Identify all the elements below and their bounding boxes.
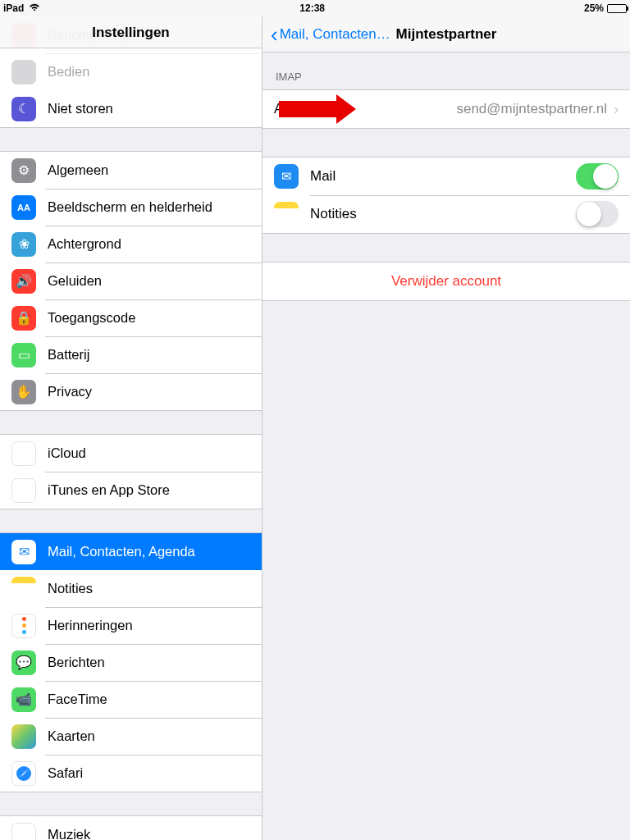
reminders-icon: [11, 614, 36, 638]
messages-icon: 💬: [11, 651, 36, 675]
sidebar-item-safari[interactable]: Safari: [0, 755, 262, 792]
chevron-left-icon: ‹: [271, 24, 278, 45]
clock: 12:38: [40, 2, 584, 14]
back-button[interactable]: ‹ Mail, Contacten…: [271, 24, 390, 45]
sidebar-item-privacy[interactable]: ✋ Privacy: [0, 373, 262, 410]
sidebar-item-passcode[interactable]: 🔒 Toegangscode: [0, 299, 262, 336]
gear-icon: ⚙: [11, 158, 36, 183]
sidebar-item-general[interactable]: ⚙ Algemeen: [0, 152, 262, 189]
device-label: iPad: [3, 2, 24, 14]
sidebar-item-sounds[interactable]: 🔊 Geluiden: [0, 262, 262, 299]
status-bar: iPad 12:38 25%: [0, 0, 630, 16]
flower-icon: ❀: [11, 232, 36, 257]
mail-toggle[interactable]: [576, 163, 619, 189]
sidebar-item-control[interactable]: Bedien: [0, 53, 262, 90]
sidebar-item-messages[interactable]: 💬 Berichten: [0, 644, 262, 681]
maps-icon: [11, 724, 36, 749]
sidebar-item-wallpaper[interactable]: ❀ Achtergrond: [0, 226, 262, 262]
detail-pane: ‹ Mail, Contacten… Mijntestpartner IMAP …: [262, 16, 630, 840]
mail-icon: ✉︎: [274, 164, 299, 189]
battery-icon: [607, 4, 627, 13]
account-cell[interactable]: Account send@mijntestpartner.nl ›: [262, 90, 630, 128]
notes-toggle[interactable]: [576, 201, 619, 227]
sidebar-item-maps[interactable]: Kaarten: [0, 718, 262, 755]
speaker-icon: 🔊: [11, 269, 36, 294]
wifi-icon: [29, 2, 40, 14]
sidebar-item-appstore[interactable]: Ⓐ iTunes en App Store: [0, 472, 262, 509]
sidebar-item-notes[interactable]: Notities: [0, 570, 262, 607]
music-icon: ♪: [11, 823, 36, 841]
sidebar-item-music[interactable]: ♪ Muziek: [0, 816, 262, 840]
notes-icon: [274, 202, 299, 226]
account-email: send@mijntestpartner.nl: [456, 101, 607, 117]
moon-icon: ☾: [11, 97, 36, 121]
sidebar-item-reminders[interactable]: Herinneringen: [0, 607, 262, 644]
lock-icon: 🔒: [11, 306, 36, 331]
sidebar-item-mail-contacts[interactable]: ✉︎ Mail, Contacten, Agenda: [0, 533, 262, 570]
sidebar-item-facetime[interactable]: 📹 FaceTime: [0, 681, 262, 718]
sidebar-item-dnd[interactable]: ☾ Niet storen: [0, 90, 262, 127]
display-icon: AA: [11, 195, 36, 220]
sidebar-item-display[interactable]: AA Beeldscherm en helderheid: [0, 189, 262, 226]
sidebar-item-icloud[interactable]: ☁︎ iCloud: [0, 435, 262, 472]
compass-icon: [11, 761, 36, 786]
battery-settings-icon: ▭: [11, 343, 36, 368]
cloud-icon: ☁︎: [11, 441, 36, 466]
battery-percent: 25%: [584, 2, 604, 14]
chevron-right-icon: ›: [614, 101, 619, 118]
settings-sidebar: Berichtgeving Bedien Instellingen ☾ Niet…: [0, 16, 262, 840]
appstore-icon: Ⓐ: [11, 478, 36, 503]
app-toggle-mail: ✉︎ Mail: [262, 158, 630, 195]
section-header-imap: IMAP: [262, 52, 630, 89]
app-toggle-notes: Notities: [262, 195, 630, 233]
page-title: Mijntestpartner: [396, 26, 497, 43]
detail-header: ‹ Mail, Contacten… Mijntestpartner: [262, 16, 630, 52]
sidebar-title: Instellingen: [0, 16, 262, 48]
notes-icon: [11, 577, 36, 601]
mail-icon: ✉︎: [11, 540, 36, 564]
sidebar-item-battery[interactable]: ▭ Batterij: [0, 336, 262, 373]
hand-icon: ✋: [11, 380, 36, 404]
video-icon: 📹: [11, 687, 36, 712]
delete-account-button[interactable]: Verwijder account: [262, 262, 630, 300]
